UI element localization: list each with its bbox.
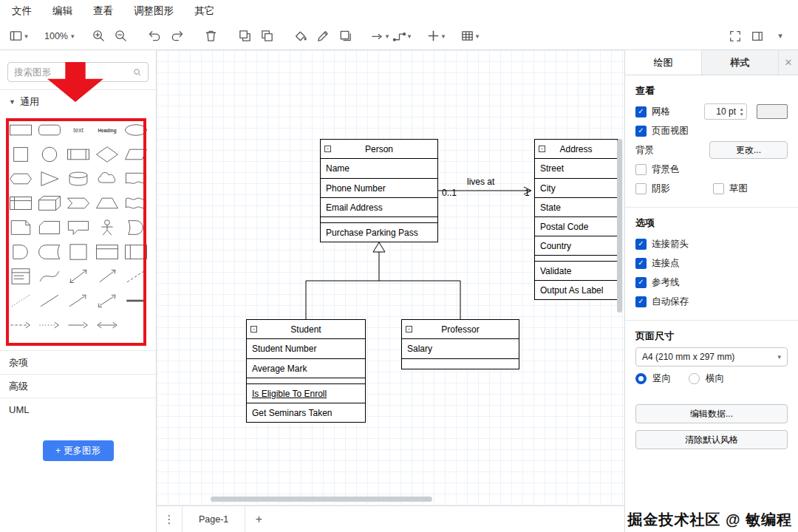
curve-shape[interactable] [35,264,64,288]
horizontal-scrollbar[interactable] [211,497,432,502]
cloud-shape[interactable] [92,166,121,191]
view-panel-button[interactable]: ▾ [9,27,28,46]
shape-search-box[interactable] [7,62,149,82]
more-shapes-button[interactable]: + 更多图形 [43,440,114,461]
shape-search-input[interactable] [14,67,133,78]
square-shape[interactable] [6,142,35,166]
uml-class-person[interactable]: PersonNamePhone NumberEmail AddressPurch… [320,139,438,242]
change-background-button[interactable]: 更改... [709,141,788,159]
ellipse-shape[interactable] [121,117,150,142]
class-attribute[interactable]: Street [535,159,617,178]
cube-shape[interactable] [35,191,64,215]
collapse-icon[interactable] [539,146,545,152]
background-color-checkbox[interactable] [635,164,647,175]
shadow-button[interactable] [336,27,355,46]
edge-source-multiplicity[interactable]: 0..1 [442,188,457,198]
class-attribute[interactable]: Country [535,236,617,255]
step-shape[interactable] [64,191,92,215]
section-advanced[interactable]: 高级 [0,374,156,398]
page-view-checkbox[interactable] [635,126,647,137]
grid-checkbox[interactable] [635,106,647,117]
list-shape[interactable] [6,264,35,288]
tab-style[interactable]: 样式 [702,50,779,75]
vertical-container-shape[interactable] [121,239,150,264]
dashed-line-shape[interactable] [121,264,150,288]
class-attribute[interactable]: Salary [402,339,519,358]
pages-menu-button[interactable]: ⋮ [157,506,182,532]
canvas[interactable]: PersonNamePhone NumberEmail AddressPurch… [157,50,624,505]
class-method[interactable]: Get Seminars Taken [247,403,365,422]
class-attribute[interactable]: Student Number [247,339,365,358]
trapezoid-shape[interactable] [92,191,121,215]
section-general[interactable]: ▼ 通用 [0,89,156,113]
and-shape[interactable] [6,239,35,264]
parallelogram-shape[interactable] [121,142,150,166]
uml-class-professor[interactable]: ProfessorSalary [401,319,519,369]
class-method[interactable]: Output As Label [535,280,617,299]
horizontal-container-shape[interactable] [92,239,121,264]
note-shape[interactable] [6,215,35,239]
rounded-rectangle-shape[interactable] [35,117,64,142]
triangle-shape[interactable] [35,166,64,191]
undo-button[interactable] [146,27,165,46]
collapse-icon[interactable] [406,326,412,332]
format-panel-button[interactable] [748,27,767,46]
dashed-edge-shape[interactable] [6,313,35,337]
class-method[interactable]: Purchase Parking Pass [321,222,437,242]
paper-size-select[interactable]: A4 (210 mm x 297 mm) ▾ [635,347,788,366]
option-checkbox[interactable] [635,296,647,307]
edge-target-multiplicity[interactable]: 1 [525,188,530,198]
menu-edit[interactable]: 编辑 [52,4,72,18]
vertical-scrollbar[interactable] [617,139,622,313]
table-button[interactable]: ▾ [460,27,480,46]
zoom-select[interactable]: 100%▾ [43,27,75,46]
callout-shape[interactable] [64,215,92,239]
grid-color-swatch[interactable] [757,104,788,119]
uml-class-address[interactable]: AddressStreetCityStatePostal CodeCountry… [534,139,618,300]
connection-style-button[interactable]: ▾ [370,27,389,46]
redo-button[interactable] [168,27,187,46]
collapse-icon[interactable] [324,146,331,152]
edit-data-button[interactable]: 编辑数据... [635,404,788,423]
section-uml[interactable]: UML [0,398,156,421]
class-attribute[interactable]: Average Mark [247,358,365,378]
stepper-arrows-icon[interactable]: ▲▼ [740,106,744,117]
actor-shape[interactable] [92,215,121,239]
sketch-checkbox[interactable] [713,183,724,194]
more-dropdown-button[interactable]: ▾ [770,27,789,46]
class-attribute[interactable]: State [535,197,617,216]
line-color-button[interactable] [314,27,333,46]
clear-default-style-button[interactable]: 清除默认风格 [635,430,788,449]
tape-shape[interactable] [121,191,150,215]
zoom-in-button[interactable] [89,27,109,46]
class-method[interactable]: Validate [535,261,617,280]
shadow-checkbox[interactable] [635,183,647,194]
line-shape[interactable] [35,288,64,313]
menu-extras[interactable]: 其它 [194,4,214,18]
rectangle-shape[interactable] [6,117,35,142]
class-attribute[interactable]: City [535,178,617,197]
hexagon-shape[interactable] [6,166,35,191]
cylinder-shape[interactable] [64,166,92,191]
link-shape[interactable] [121,288,150,313]
heading-shape[interactable]: Heading [92,117,121,142]
insert-button[interactable]: ▾ [426,27,446,46]
uml-class-student[interactable]: StudentStudent NumberAverage MarkIs Elig… [246,319,366,423]
fill-color-button[interactable] [292,27,311,46]
document-shape[interactable] [121,166,150,191]
page-tab[interactable]: Page-1 [182,506,245,532]
add-page-button[interactable]: + [245,506,272,532]
menu-file[interactable]: 文件 [12,4,32,18]
menu-view[interactable]: 查看 [93,4,113,18]
to-back-button[interactable] [258,27,277,46]
dotted-line-shape[interactable] [6,288,35,313]
class-method[interactable]: Is Eligible To Enroll [247,383,365,403]
collapse-icon[interactable] [250,326,257,332]
directional-connector-shape[interactable] [64,288,92,313]
internal-storage-shape[interactable] [6,191,35,215]
fullscreen-button[interactable] [726,27,745,46]
class-attribute[interactable]: Postal Code [535,216,617,236]
circle-shape[interactable] [35,142,64,166]
edge-shape[interactable] [64,313,92,337]
text-shape[interactable]: text [64,117,92,142]
